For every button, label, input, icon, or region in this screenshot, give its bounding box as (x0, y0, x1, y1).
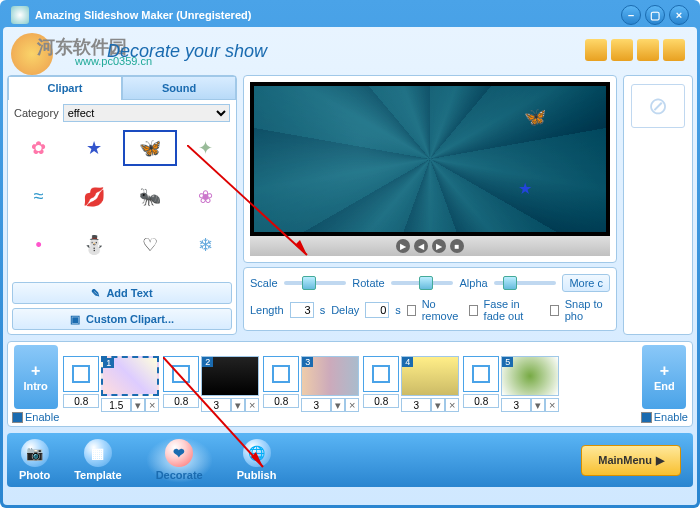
arrow-right-icon: ▶ (656, 454, 664, 467)
tab-clipart[interactable]: Clipart (8, 76, 122, 100)
add-text-button[interactable]: ✎Add Text (12, 282, 232, 304)
nav-template[interactable]: ▦Template (74, 439, 121, 481)
slide-delete-button[interactable]: × (545, 398, 559, 412)
placed-star-icon[interactable]: ★ (518, 179, 532, 198)
nav-publish[interactable]: 🌐Publish (237, 439, 277, 481)
intro-button[interactable]: + Intro (14, 345, 58, 409)
playback-controls: ▶ ◀ ▶ ■ (250, 236, 610, 256)
slide-number: 4 (402, 357, 413, 367)
more-button[interactable]: More c (562, 274, 610, 292)
slide-dropdown[interactable]: ▾ (431, 398, 445, 412)
right-panel: ⊘ (623, 75, 693, 335)
image-icon: ▣ (70, 313, 80, 326)
clipart-item[interactable]: ♡ (123, 227, 177, 263)
preview-canvas[interactable]: 🦋 ★ (250, 82, 610, 236)
length-label: Length (250, 304, 284, 316)
clipart-item[interactable]: ★ (68, 130, 122, 166)
toolbar-icon-2[interactable] (611, 39, 633, 61)
transition-duration[interactable]: 0.8 (163, 394, 199, 408)
length-input[interactable] (290, 302, 314, 318)
clipart-item[interactable]: 🦋 (123, 130, 177, 166)
snap-label: Snap to pho (565, 298, 610, 322)
slide-duration-input[interactable] (201, 398, 231, 412)
slide-delete-button[interactable]: × (345, 398, 359, 412)
no-remove-label: No remove (422, 298, 463, 322)
slide-dropdown[interactable]: ▾ (231, 398, 245, 412)
stop-button[interactable]: ■ (450, 239, 464, 253)
maximize-button[interactable]: ▢ (645, 5, 665, 25)
delay-input[interactable] (365, 302, 389, 318)
minimize-button[interactable]: – (621, 5, 641, 25)
tab-sound[interactable]: Sound (122, 76, 236, 100)
slide-duration-input[interactable] (101, 398, 131, 412)
close-button[interactable]: × (669, 5, 689, 25)
main-menu-button[interactable]: MainMenu▶ (581, 445, 681, 476)
no-image-icon: ⊘ (631, 84, 685, 128)
clipart-item[interactable]: ≈ (12, 179, 66, 215)
decorate-icon: ❤ (165, 439, 193, 467)
next-button[interactable]: ▶ (432, 239, 446, 253)
scale-label: Scale (250, 277, 278, 289)
toolbar-icon-1[interactable] (585, 39, 607, 61)
slide-delete-button[interactable]: × (245, 398, 259, 412)
transition-thumb[interactable] (163, 356, 199, 392)
transition-thumb[interactable] (363, 356, 399, 392)
play-button[interactable]: ▶ (396, 239, 410, 253)
bottom-nav: 📷Photo ▦Template ❤Decorate 🌐Publish Main… (7, 433, 693, 487)
placed-butterfly-icon[interactable]: 🦋 (524, 106, 546, 128)
scale-slider[interactable] (284, 281, 347, 285)
preview-box: 🦋 ★ ▶ ◀ ▶ ■ (243, 75, 617, 263)
transition-duration[interactable]: 0.8 (463, 394, 499, 408)
slide-number: 2 (202, 357, 213, 367)
rotate-slider[interactable] (391, 281, 454, 285)
slide-thumb[interactable]: 5 (501, 356, 559, 396)
slide-duration-input[interactable] (501, 398, 531, 412)
publish-icon: 🌐 (243, 439, 271, 467)
prev-button[interactable]: ◀ (414, 239, 428, 253)
transition-thumb[interactable] (463, 356, 499, 392)
slide-thumb[interactable]: 1 (101, 356, 159, 396)
intro-enable-checkbox[interactable] (12, 412, 23, 423)
slide-thumb[interactable]: 2 (201, 356, 259, 396)
slide-thumb[interactable]: 4 (401, 356, 459, 396)
transition-duration[interactable]: 0.8 (263, 394, 299, 408)
end-enable-checkbox[interactable] (641, 412, 652, 423)
slide-number: 5 (502, 357, 513, 367)
transition-duration[interactable]: 0.8 (363, 394, 399, 408)
alpha-slider[interactable] (494, 281, 557, 285)
pencil-icon: ✎ (91, 287, 100, 300)
clipart-item[interactable]: ❀ (179, 179, 233, 215)
transition-duration[interactable]: 0.8 (63, 394, 99, 408)
nav-photo[interactable]: 📷Photo (19, 439, 50, 481)
toolbar-icon-3[interactable] (637, 39, 659, 61)
clipart-item[interactable]: 🐜 (123, 179, 177, 215)
nav-decorate[interactable]: ❤Decorate (146, 437, 213, 483)
custom-clipart-button[interactable]: ▣Custom Clipart... (12, 308, 232, 330)
slide-dropdown[interactable]: ▾ (331, 398, 345, 412)
clipart-item[interactable]: ⛄ (68, 227, 122, 263)
clipart-item[interactable]: ✦ (179, 130, 233, 166)
slide-dropdown[interactable]: ▾ (131, 398, 145, 412)
snap-checkbox[interactable] (550, 305, 559, 316)
no-remove-checkbox[interactable] (407, 305, 416, 316)
clipart-item[interactable]: ✿ (12, 130, 66, 166)
category-select[interactable]: effect (63, 104, 230, 122)
slide-number: 1 (103, 358, 114, 368)
clipart-item[interactable]: • (12, 227, 66, 263)
slide-dropdown[interactable]: ▾ (531, 398, 545, 412)
toolbar-icon-4[interactable] (663, 39, 685, 61)
transition-thumb[interactable] (63, 356, 99, 392)
clipart-item[interactable]: 💋 (68, 179, 122, 215)
clipart-item[interactable]: ❄ (179, 227, 233, 263)
window-title: Amazing Slideshow Maker (Unregistered) (35, 9, 251, 21)
slides-strip: 0.8 1 ▾ × 0.8 2 ▾ × (63, 356, 636, 412)
plus-icon: + (31, 362, 40, 380)
fade-checkbox[interactable] (469, 305, 478, 316)
slide-thumb[interactable]: 3 (301, 356, 359, 396)
end-button[interactable]: + End (642, 345, 686, 409)
slide-duration-input[interactable] (301, 398, 331, 412)
slide-delete-button[interactable]: × (145, 398, 159, 412)
slide-duration-input[interactable] (401, 398, 431, 412)
slide-delete-button[interactable]: × (445, 398, 459, 412)
transition-thumb[interactable] (263, 356, 299, 392)
